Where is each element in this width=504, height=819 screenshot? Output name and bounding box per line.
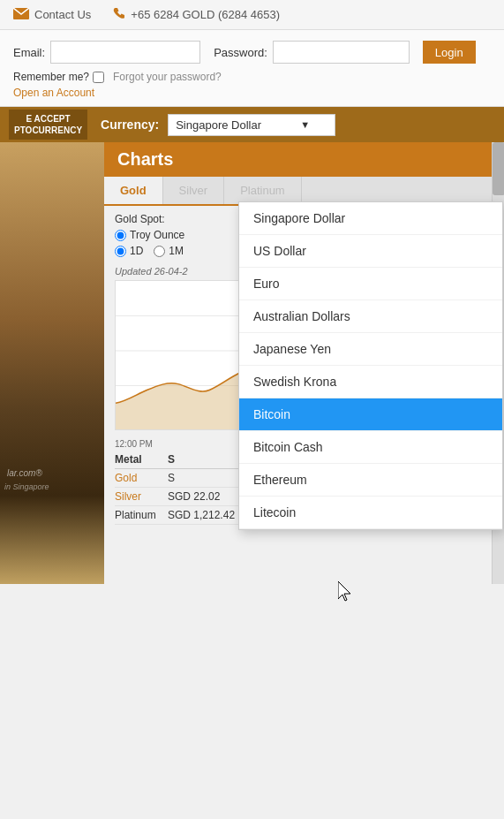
currency-label: Currency: (101, 118, 159, 132)
dropdown-item-usd[interactable]: US Dollar (239, 235, 502, 268)
accept-line2: PTOCURRENCY (14, 125, 82, 136)
dropdown-item-bch[interactable]: Bitcoin Cash (239, 431, 502, 464)
login-area: Email: Password: Login Remember me? Forg… (0, 30, 504, 107)
accept-line1: E ACCEPT (14, 113, 82, 125)
col-header-metal: Metal (115, 453, 168, 466)
email-field-group: Email: (13, 41, 200, 64)
currency-dropdown: Singapore Dollar US Dollar Euro Australi… (238, 201, 503, 530)
1m-option[interactable]: 1M (154, 245, 184, 257)
password-field-group: Password: (214, 41, 410, 64)
email-contact-label: Contact Us (34, 8, 91, 21)
contact-bar: Contact Us +65 6284 GOLD (6284 4653) (0, 0, 504, 30)
open-account-link[interactable]: Open an Account (13, 87, 491, 99)
tab-platinum[interactable]: Platinum (224, 177, 302, 204)
currency-select[interactable]: Singapore Dollar ▼ (168, 114, 335, 136)
phone-icon (113, 7, 125, 22)
charts-header: Charts (104, 142, 492, 177)
1d-radio[interactable] (115, 246, 126, 257)
image-location-text: in Singapore (4, 482, 49, 491)
troy-label: Troy Ounce (130, 229, 184, 241)
forgot-password-link[interactable]: Forgot your password? (113, 71, 222, 83)
dropdown-item-sek[interactable]: Swedish Krona (239, 366, 502, 398)
selected-currency-text: Singapore Dollar (176, 118, 261, 132)
password-input[interactable] (273, 41, 410, 64)
email-icon (13, 8, 29, 22)
password-label: Password: (214, 46, 267, 59)
metal-platinum: Platinum (115, 509, 168, 521)
remember-me-group: Remember me? (13, 71, 104, 83)
troy-ounce-option[interactable]: Troy Ounce (115, 229, 184, 241)
phone-contact-label: +65 6284 GOLD (6284 4653) (131, 8, 280, 21)
dropdown-arrow-icon: ▼ (300, 119, 310, 130)
login-options: Remember me? Forgot your password? (13, 71, 491, 83)
dropdown-item-eur[interactable]: Euro (239, 268, 502, 300)
remember-checkbox[interactable] (93, 72, 104, 83)
mouse-cursor (338, 581, 356, 603)
spot-label: Gold Spot: (115, 213, 165, 225)
email-contact[interactable]: Contact Us (13, 8, 91, 22)
dropdown-item-eth[interactable]: Ethereum (239, 464, 502, 497)
tab-silver[interactable]: Silver (163, 177, 225, 204)
image-overlay-text: lar.com® (7, 468, 42, 478)
email-label: Email: (13, 46, 45, 59)
accept-badge: E ACCEPT PTOCURRENCY (9, 110, 87, 140)
1m-label: 1M (169, 245, 184, 257)
1d-label: 1D (130, 245, 143, 257)
time-start-label: 12:00 PM (115, 439, 153, 449)
dropdown-item-aud[interactable]: Australian Dollars (239, 300, 502, 333)
dropdown-item-btc[interactable]: Bitcoin (239, 398, 502, 431)
currency-bar: E ACCEPT PTOCURRENCY Currency: Singapore… (0, 107, 504, 142)
remember-label: Remember me? (13, 71, 89, 83)
login-button[interactable]: Login (423, 41, 476, 64)
1d-option[interactable]: 1D (115, 245, 143, 257)
metal-gold: Gold (115, 472, 168, 484)
troy-radio[interactable] (115, 230, 126, 241)
tab-gold[interactable]: Gold (104, 177, 163, 204)
metal-silver: Silver (115, 490, 168, 503)
phone-contact: +65 6284 GOLD (6284 4653) (113, 7, 280, 22)
email-input[interactable] (50, 41, 200, 64)
dropdown-item-ltc[interactable]: Litecoin (239, 497, 502, 529)
dropdown-item-jpy[interactable]: Japanese Yen (239, 333, 502, 366)
dropdown-item-sgd[interactable]: Singapore Dollar (239, 202, 502, 235)
left-decorative-image: lar.com® in Singapore (0, 142, 104, 584)
scrollbar-thumb[interactable] (493, 142, 504, 195)
1m-radio[interactable] (154, 246, 165, 257)
